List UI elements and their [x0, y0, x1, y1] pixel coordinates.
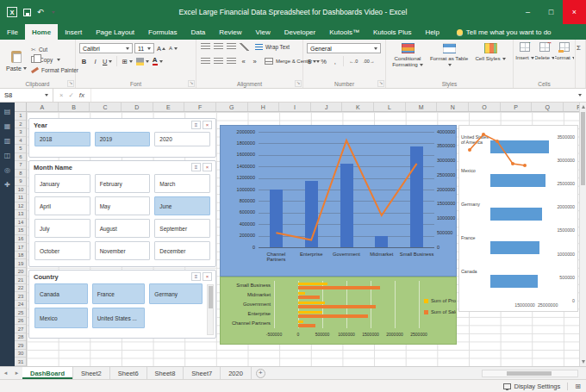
align-right-icon[interactable]: [227, 58, 236, 65]
expand-formula-bar-icon[interactable]: [572, 89, 586, 102]
slicer-multiselect-icon[interactable]: ≡: [191, 272, 201, 281]
formula-input[interactable]: [91, 89, 572, 102]
row-header-20[interactable]: 20: [15, 268, 27, 277]
column-header-d[interactable]: D: [122, 103, 153, 112]
bar-sum-of-sales[interactable]: [340, 164, 353, 247]
column-header-e[interactable]: E: [153, 103, 185, 112]
column-header-l[interactable]: L: [374, 103, 406, 112]
kutools-clipboard-pane-icon[interactable]: ◫: [4, 152, 11, 159]
row-header-1[interactable]: 1: [15, 112, 27, 121]
slicer-button-canada[interactable]: Canada: [34, 283, 88, 304]
wrap-text-button[interactable]: Wrap Text: [255, 44, 290, 51]
row-header-7[interactable]: 7: [15, 161, 27, 170]
row-header-3[interactable]: 3: [15, 128, 27, 137]
format-as-table-button[interactable]: Format as Table: [429, 41, 469, 79]
bar-sum-of-sales[interactable]: [270, 190, 283, 247]
minimize-button[interactable]: –: [516, 0, 539, 24]
copy-button[interactable]: Copy: [31, 54, 78, 65]
alignment-dialog-launcher[interactable]: ↘: [295, 80, 302, 87]
slicer-button-2020[interactable]: 2020: [154, 132, 210, 146]
column-header-c[interactable]: C: [90, 103, 122, 112]
ribbon-tab-data[interactable]: Data: [184, 24, 212, 40]
sheet-nav-right-icon[interactable]: ▸: [11, 367, 22, 379]
new-sheet-button[interactable]: +: [256, 369, 265, 378]
chart-profit-sales-by-segment[interactable]: -500000050000010000001500000200000025000…: [220, 277, 457, 345]
row-header-15[interactable]: 15: [15, 227, 27, 235]
slicer-country[interactable]: Country≡×CanadaFranceGermanyMexicoUnited…: [28, 270, 216, 339]
slicer-button-2019[interactable]: 2019: [95, 132, 151, 146]
font-name-select[interactable]: Calibri: [79, 43, 133, 53]
name-box[interactable]: S8: [0, 89, 53, 102]
sheet-tab-2020[interactable]: 2020: [221, 367, 252, 379]
italic-button[interactable]: I: [90, 56, 100, 66]
column-header-a[interactable]: A: [27, 103, 59, 112]
sheet-tab-sheet2[interactable]: Sheet2: [73, 367, 110, 379]
cut-button[interactable]: ✂Cut: [31, 44, 78, 54]
font-color-button[interactable]: A: [152, 56, 164, 66]
kutools-find-icon[interactable]: ◎: [4, 167, 10, 174]
slicer-multiselect-icon[interactable]: ≡: [191, 121, 201, 129]
enter-icon[interactable]: ✓: [68, 91, 73, 99]
ribbon-tab-review[interactable]: Review: [212, 24, 248, 40]
row-header-13[interactable]: 13: [15, 210, 27, 219]
shrink-font-button[interactable]: A: [168, 43, 178, 53]
display-settings-button[interactable]: Display Settings: [503, 383, 561, 390]
ribbon-tab-view[interactable]: View: [249, 24, 277, 40]
kutools-worksheets-icon[interactable]: ▦: [4, 123, 11, 130]
row-header-18[interactable]: 18: [15, 252, 27, 260]
row-header-25[interactable]: 25: [15, 308, 27, 317]
row-header-24[interactable]: 24: [15, 301, 27, 309]
autosum-icon[interactable]: Σ: [577, 44, 581, 52]
align-middle-icon[interactable]: [214, 43, 223, 51]
column-header-o[interactable]: O: [469, 103, 501, 112]
ribbon-tab-kutools-plus[interactable]: Kutools Plus: [366, 24, 418, 40]
increase-indent-icon[interactable]: »: [250, 56, 259, 66]
ribbon-tab-insert[interactable]: Insert: [58, 24, 89, 40]
orientation-icon[interactable]: [240, 43, 249, 51]
save-icon[interactable]: [23, 9, 31, 16]
bar-sum-of-sales[interactable]: [298, 286, 380, 289]
align-left-icon[interactable]: [201, 58, 210, 65]
slicer-month-name[interactable]: Month Name≡×JanuaryFebruaryMarchAprilMay…: [28, 160, 216, 267]
font-dialog-launcher[interactable]: ↘: [188, 80, 195, 87]
row-header-31[interactable]: 31: [15, 358, 27, 366]
bar-sum-of-profit[interactable]: [298, 320, 303, 323]
bar-sum-of-sales[interactable]: [375, 236, 388, 247]
bar-sum-of-profit[interactable]: [298, 292, 305, 295]
normal-view-icon[interactable]: ⊞: [575, 383, 581, 390]
vertical-scrollbar[interactable]: [579, 103, 586, 366]
row-header-30[interactable]: 30: [15, 350, 27, 358]
kutools-plus-icon[interactable]: ✚: [4, 182, 10, 189]
slicer-button-september[interactable]: September: [154, 219, 210, 238]
kutools-navigation-icon[interactable]: ▤: [4, 109, 11, 115]
bar-sum-of-profit[interactable]: [298, 311, 322, 314]
comma-style-button[interactable]: ,: [330, 56, 340, 66]
column-header-q[interactable]: Q: [532, 103, 564, 112]
clipboard-dialog-launcher[interactable]: ↘: [67, 80, 74, 87]
bar-sum-of-sales[interactable]: [490, 140, 549, 153]
kutools-columns-icon[interactable]: ▥: [4, 138, 11, 145]
ribbon-tab-help[interactable]: Help: [418, 24, 446, 40]
slicer-button-october[interactable]: October: [34, 241, 90, 260]
column-header-k[interactable]: K: [343, 103, 375, 112]
bar-sum-of-sales[interactable]: [490, 241, 539, 254]
sheet-nav-left-icon[interactable]: ◂: [0, 367, 11, 379]
borders-button[interactable]: ⊞: [121, 56, 133, 66]
slicer-button-june[interactable]: June: [154, 196, 210, 215]
row-header-29[interactable]: 29: [15, 341, 27, 350]
sheet-tab-dashboard[interactable]: DashBoard: [22, 367, 73, 379]
slicer-button-germany[interactable]: Germany: [149, 283, 203, 304]
bar-sum-of-sales[interactable]: [298, 324, 315, 327]
slicer-button-august[interactable]: August: [95, 219, 151, 238]
qat-dropdown-icon[interactable]: [52, 11, 55, 14]
bar-sum-of-sales[interactable]: [490, 208, 542, 221]
bar-sum-of-profit[interactable]: [298, 302, 325, 304]
decrease-indent-icon[interactable]: «: [239, 56, 248, 66]
ribbon-tab-file[interactable]: File: [0, 24, 25, 40]
select-all-corner[interactable]: [15, 103, 27, 112]
font-size-select[interactable]: 11: [134, 43, 154, 53]
slicer-button-july[interactable]: July: [34, 219, 90, 238]
bar-sum-of-sales[interactable]: [410, 146, 423, 247]
align-center-icon[interactable]: [214, 58, 223, 65]
conditional-formatting-button[interactable]: Conditional Formatting: [388, 41, 427, 79]
